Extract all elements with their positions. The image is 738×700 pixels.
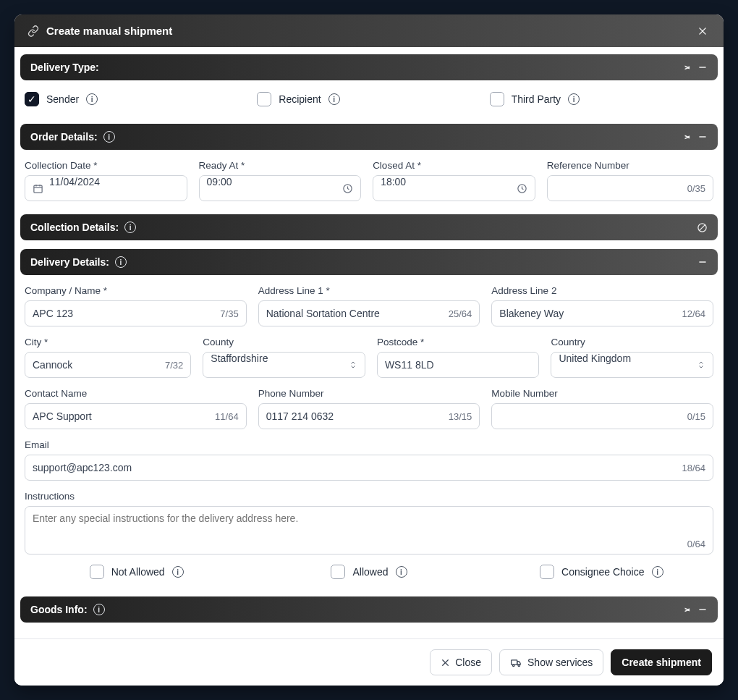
info-icon[interactable]: i — [568, 93, 580, 105]
ready-at-input[interactable]: 09:00 — [199, 175, 362, 201]
info-icon[interactable]: i — [652, 566, 663, 578]
section-title: Goods Info: — [30, 604, 88, 615]
city-text[interactable] — [33, 353, 159, 377]
blocked-icon[interactable] — [697, 222, 708, 233]
phone-input[interactable]: 13/15 — [258, 403, 480, 429]
modal-header: Create manual shipment — [14, 14, 724, 47]
pin-icon[interactable] — [682, 132, 692, 142]
mobile-text[interactable] — [499, 404, 681, 429]
addr2-text[interactable] — [499, 301, 676, 326]
contact-name-text[interactable] — [33, 404, 209, 429]
country-select[interactable]: United Kingdom — [551, 352, 713, 378]
instructions-counter: 0/64 — [687, 539, 705, 549]
sender-label: Sender — [46, 93, 79, 105]
clock-icon — [342, 183, 353, 194]
addr2-label: Address Line 2 — [491, 285, 713, 296]
county-value: Staffordshire — [211, 353, 343, 377]
info-icon[interactable]: i — [172, 566, 184, 578]
pin-icon[interactable] — [682, 604, 692, 615]
ready-at-field: Ready At * 09:00 — [199, 160, 362, 201]
info-icon[interactable]: i — [115, 256, 127, 268]
sender-checkbox[interactable]: ✓ — [25, 92, 39, 106]
svg-rect-16 — [512, 659, 517, 664]
recipient-option: Recipient i — [257, 92, 480, 106]
info-icon[interactable]: i — [328, 93, 340, 105]
email-field: Email 18/64 — [25, 439, 713, 481]
info-icon[interactable]: i — [103, 131, 115, 143]
not-allowed-checkbox[interactable] — [90, 565, 104, 579]
svg-rect-4 — [34, 185, 42, 193]
postcode-field: Postcode * — [377, 337, 540, 378]
collapse-icon[interactable] — [697, 604, 708, 615]
consignee-checkbox[interactable] — [540, 565, 554, 579]
ready-at-value: 09:00 — [207, 176, 337, 201]
postcode-text[interactable] — [385, 353, 532, 377]
county-field: County Staffordshire — [203, 337, 365, 378]
show-services-button[interactable]: Show services — [499, 649, 603, 675]
section-order-details: Order Details: i — [20, 124, 718, 150]
addr1-input[interactable]: 25/64 — [258, 300, 480, 326]
recipient-checkbox[interactable] — [257, 92, 271, 106]
delivery-type-options: ✓ Sender i Recipient i Third Party i — [20, 80, 718, 117]
instructions-label: Instructions — [25, 491, 713, 502]
contact-name-field: Contact Name 11/64 — [25, 388, 247, 429]
collapse-icon[interactable] — [697, 62, 708, 72]
email-input[interactable]: 18/64 — [25, 455, 713, 481]
closed-at-input[interactable]: 18:00 — [373, 175, 535, 201]
mobile-input[interactable]: 0/15 — [491, 403, 713, 429]
mobile-label: Mobile Number — [491, 388, 713, 399]
section-collection-details: Collection Details: i — [20, 214, 718, 240]
collapse-icon[interactable] — [697, 132, 708, 142]
addr1-field: Address Line 1 * 25/64 — [258, 285, 480, 326]
not-allowed-option: Not Allowed i — [25, 565, 248, 579]
contact-name-label: Contact Name — [25, 388, 247, 399]
section-title: Delivery Type: — [30, 62, 99, 73]
closed-at-value: 18:00 — [381, 176, 511, 201]
x-icon — [441, 658, 450, 667]
close-button[interactable]: Close — [430, 649, 492, 675]
addr2-field: Address Line 2 12/64 — [491, 285, 713, 326]
collection-date-input[interactable]: 11/04/2024 — [25, 175, 187, 201]
info-icon[interactable]: i — [86, 93, 98, 105]
section-delivery-details: Delivery Details: i — [20, 249, 718, 275]
chevron-updown-icon — [349, 360, 357, 370]
addr1-text[interactable] — [266, 301, 443, 326]
info-icon[interactable]: i — [396, 566, 407, 578]
closed-at-field: Closed At * 18:00 — [373, 160, 535, 201]
create-shipment-button[interactable]: Create shipment — [611, 649, 712, 675]
contact-name-input[interactable]: 11/64 — [25, 403, 247, 429]
company-text[interactable] — [33, 301, 214, 326]
company-input[interactable]: 7/35 — [25, 300, 247, 326]
phone-text[interactable] — [266, 404, 443, 429]
collapse-icon[interactable] — [697, 257, 708, 267]
info-icon[interactable]: i — [93, 604, 105, 615]
city-input[interactable]: 7/32 — [25, 352, 191, 378]
instructions-text[interactable] — [33, 513, 705, 536]
county-select[interactable]: Staffordshire — [203, 352, 365, 378]
reference-text[interactable] — [555, 176, 682, 201]
svg-point-17 — [513, 665, 515, 667]
reference-input[interactable]: 0/35 — [547, 175, 713, 201]
city-counter: 7/32 — [165, 360, 183, 371]
company-field: Company / Name * 7/35 — [25, 285, 247, 326]
clock-icon — [517, 183, 527, 194]
instructions-input[interactable]: 0/64 — [25, 506, 713, 554]
company-label: Company / Name * — [25, 285, 247, 296]
addr1-counter: 25/64 — [449, 308, 472, 319]
close-icon[interactable] — [697, 26, 711, 36]
postcode-input[interactable] — [377, 352, 540, 378]
pin-icon[interactable] — [682, 62, 692, 72]
addr2-input[interactable]: 12/64 — [491, 300, 713, 326]
svg-line-11 — [699, 224, 705, 231]
email-text[interactable] — [33, 455, 676, 480]
company-counter: 7/35 — [220, 308, 238, 319]
section-title: Collection Details: — [30, 222, 119, 233]
third-party-checkbox[interactable] — [490, 92, 504, 106]
instructions-field: Instructions 0/64 — [25, 491, 713, 554]
close-button-label: Close — [455, 657, 481, 668]
allowed-checkbox[interactable] — [331, 565, 345, 579]
modal-footer: Close Show services Create shipment — [14, 638, 724, 686]
shipment-modal: Create manual shipment Delivery Type: ✓ … — [14, 14, 724, 686]
email-label: Email — [25, 439, 713, 450]
info-icon[interactable]: i — [124, 222, 136, 233]
